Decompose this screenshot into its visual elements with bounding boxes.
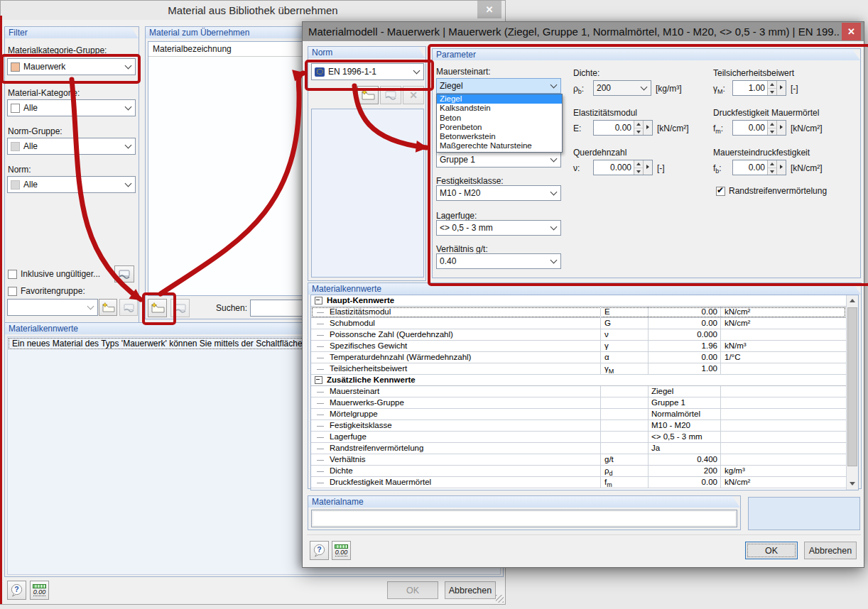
querdehnzahl-input[interactable]: 0.000 [593,160,653,175]
close-icon[interactable]: ✕ [477,1,501,18]
dichte-select[interactable]: 200 [593,80,651,96]
dropdown-option[interactable]: Beton [437,114,562,123]
favorites-group-checkbox[interactable]: Favoritengruppe: [8,286,85,296]
festigkeitsklasse-value: M10 - M20 [440,188,480,198]
table-row[interactable]: MauersteinartZiegel [311,386,846,397]
new-norm-button[interactable] [357,86,379,104]
table-row[interactable]: Lagerfuge<> 0,5 - 3 mm [311,432,846,443]
table-row[interactable]: RandstreifenvermörtelungJa [311,443,846,454]
verhaeltnis-select[interactable]: 0.40 [436,253,561,269]
library-dialog-titlebar[interactable]: Material aus Bibliothek übernehmen ✕ [1,1,505,20]
scroll-down-icon[interactable] [847,478,858,490]
checkbox-box[interactable] [8,270,17,279]
ok-button[interactable]: OK [387,581,438,599]
norm-select[interactable]: Alle [7,176,136,193]
mauerwerks-gruppe-select[interactable]: Gruppe 1 [436,152,561,168]
spin-up-icon[interactable] [768,81,776,89]
lagerfuge-select[interactable]: <> 0,5 - 3 mm [436,220,561,236]
table-group-row[interactable]: Zusätzliche Kennwerte [311,375,846,386]
spin-up-icon[interactable] [634,121,643,128]
units-button[interactable]: 0.00 [30,581,49,600]
spin-detail-icon[interactable] [643,160,652,175]
table-row[interactable]: FestigkeitsklasseM10 - M20 [311,420,846,432]
mauermoertel-value[interactable]: 0.00 [733,121,767,135]
spin-detail-icon[interactable] [643,121,652,135]
help-button[interactable]: ? [310,541,329,560]
table-row[interactable]: Verhältnisg/t0.400 [311,454,846,466]
table-row[interactable]: Spezifisches Gewichtγ1.96kN/m³ [311,341,846,352]
dropdown-option[interactable]: Kalksandstein [437,104,562,113]
collapse-icon[interactable] [315,297,322,304]
new-favorite-group-button[interactable] [99,299,117,316]
cancel-button[interactable]: Abbrechen [804,542,857,559]
table-row[interactable]: MörtelgruppeNormalmörtel [311,409,846,420]
table-row[interactable]: Dichteρd200kg/m³ [311,466,846,477]
spin-detail-icon[interactable] [776,160,786,175]
table-row[interactable]: TeilsicherheitsbeiwertγM1.00 [311,363,846,375]
spin-up-icon[interactable] [768,160,776,168]
include-invalid-checkbox[interactable]: Inklusive ungültiger... [8,269,100,279]
mauermoertel-input[interactable]: 0.00 [732,120,786,136]
spin-up-icon[interactable] [634,160,643,168]
table-row[interactable]: Temperaturdehnzahl (Wärmedehnzahl)α0.001… [311,352,846,363]
edit-favorite-group-button[interactable] [114,265,134,282]
favorites-group-select[interactable] [7,299,98,316]
edit-material-button[interactable] [170,299,190,317]
help-button[interactable]: ? [7,581,26,600]
model-dialog-titlebar[interactable]: Materialmodell - Mauerwerk | Mauerwerk (… [303,22,864,41]
randstreifen-checkbox[interactable]: Randstreifenvermörtelung [716,186,827,196]
teilsicherheit-unit: [-] [791,84,798,94]
materialname-input[interactable] [311,510,737,527]
chevron-down-icon [550,155,558,163]
units-button[interactable]: 0.00 [332,541,351,560]
steinfestigkeit-input[interactable]: 0.00 [732,160,786,175]
dropdown-option[interactable]: Maßgerechte Natursteine [437,141,562,150]
norm-list-area[interactable] [311,109,424,278]
emodul-input[interactable]: 0.00 [593,120,653,136]
spin-down-icon[interactable] [768,89,776,96]
mauersteinart-select[interactable]: Ziegel [436,78,561,94]
edit-norm-button[interactable] [380,86,401,104]
emodul-value[interactable]: 0.00 [594,121,634,135]
collapse-icon[interactable] [315,376,322,384]
table-row[interactable]: Poissonsche Zahl (Querdehnzahl)ν0.000 [311,329,846,341]
table-row[interactable]: ElastizitätsmodulE0.00kN/cm² [311,307,846,318]
spin-up-icon[interactable] [768,121,776,128]
ok-button[interactable]: OK [745,542,798,559]
material-category-group-select[interactable]: Mauerwerk [7,58,136,75]
checkbox-box[interactable] [716,187,725,196]
edit-favorite-group-button-2[interactable] [119,299,138,316]
material-category-select[interactable]: Alle [7,99,136,116]
dropdown-option[interactable]: Betonwerkstein [437,132,562,141]
teilsicherheit-value[interactable]: 1.00 [733,81,767,95]
mauersteinart-listbox[interactable]: ZiegelKalksandsteinBetonPorenbetonBetonw… [436,94,563,153]
table-group-row[interactable]: Haupt-Kennwerte [311,295,846,307]
spin-down-icon[interactable] [768,128,776,136]
norm-group-select[interactable]: Alle [7,138,136,155]
spin-down-icon[interactable] [634,168,643,175]
scrollbar-thumb[interactable] [847,307,857,466]
vertical-scrollbar[interactable] [846,295,858,490]
cancel-button[interactable]: Abbrechen [445,581,496,599]
dropdown-option[interactable]: Ziegel [437,94,562,104]
teilsicherheit-label: Teilsicherheitsbeiwert [713,68,794,78]
festigkeitsklasse-select[interactable]: M10 - M20 [436,185,561,201]
table-row[interactable]: Mauerwerks-GruppeGruppe 1 [311,397,846,409]
checkbox-box[interactable] [8,287,17,296]
dropdown-option[interactable]: Porenbeton [437,123,562,132]
steinfestigkeit-value[interactable]: 0.00 [733,160,767,175]
new-material-button[interactable] [148,299,167,317]
table-row[interactable]: SchubmodulG0.00kN/cm² [311,318,846,329]
scroll-up-icon[interactable] [847,295,858,307]
table-row[interactable]: Druckfestigkeit Mauermörtelfm0.00kN/cm² [311,477,846,488]
teilsicherheit-input[interactable]: 1.00 [732,80,786,96]
close-icon[interactable]: ✕ [842,23,861,40]
spin-detail-icon[interactable] [776,81,786,95]
norm-standard-select[interactable]: EN 1996-1-1 [311,63,424,80]
querdehnzahl-value[interactable]: 0.000 [594,160,634,175]
spin-detail-icon[interactable] [776,121,786,135]
delete-norm-button[interactable]: ✕ [403,86,424,104]
spin-down-icon[interactable] [634,128,643,136]
spin-down-icon[interactable] [768,168,776,175]
resize-grip[interactable] [496,595,504,603]
